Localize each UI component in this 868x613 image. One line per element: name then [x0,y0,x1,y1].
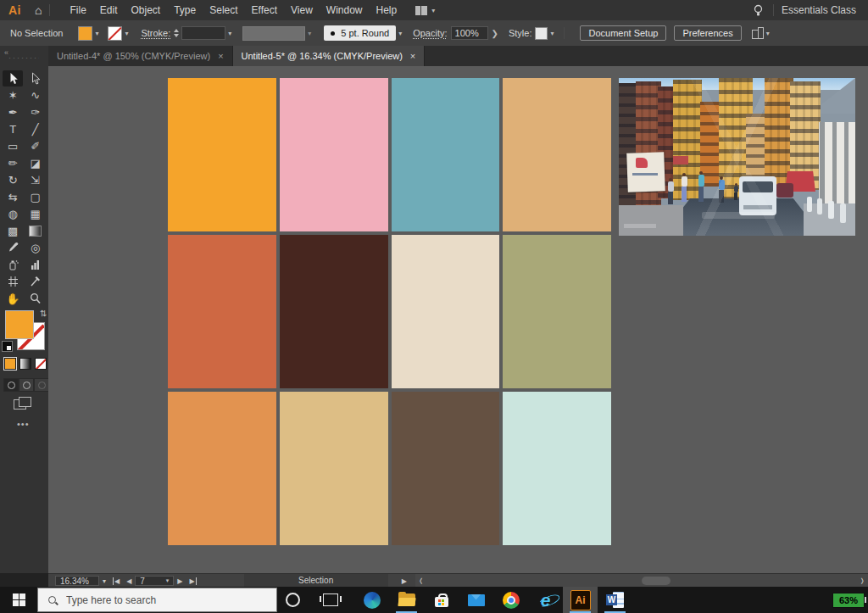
workspace-switcher-icon[interactable]: ▾ [415,6,435,15]
default-fill-stroke-icon[interactable] [2,341,13,352]
previous-artboard-icon[interactable]: ◀ [126,577,131,585]
taskbar-app-mail[interactable] [459,587,493,613]
placed-photo[interactable] [619,78,855,236]
artboard-tool[interactable] [3,274,23,290]
arrange-documents-icon[interactable] [752,28,764,39]
width-tool[interactable]: ⇆ [3,189,23,205]
taskbar-app-illustrator[interactable]: Ai [563,587,598,613]
tab-close-icon[interactable]: × [410,51,415,61]
direct-selection-tool[interactable] [25,70,46,86]
zoom-level-field[interactable]: 16.34% [55,576,99,586]
pen-tool[interactable]: ✒ [3,104,23,120]
stroke-weight-stepper[interactable] [174,29,179,37]
menu-file[interactable]: File [63,4,92,16]
taskbar-app-chrome[interactable] [493,587,528,613]
discover-lightbulb-icon[interactable] [753,4,764,17]
color-swatch-r2c3[interactable] [392,235,500,388]
style-swatch[interactable] [535,27,548,40]
column-graph-tool[interactable] [25,257,46,273]
menu-edit[interactable]: Edit [93,4,125,16]
opacity-field[interactable]: 100% [451,26,488,40]
fill-color-swatch[interactable] [78,26,92,41]
chevron-down-icon[interactable]: ▾ [766,30,770,37]
zoom-tool[interactable] [25,291,46,307]
document-setup-button[interactable]: Document Setup [580,25,666,41]
scrollbar-thumb[interactable] [642,577,670,585]
free-transform-tool[interactable]: ▢ [25,189,46,205]
lasso-tool[interactable]: ∿ [25,87,46,103]
color-swatch-r3c4[interactable] [503,392,611,545]
horizontal-scrollbar[interactable]: ❬ ❭ [415,574,868,588]
color-button[interactable] [4,358,16,370]
none-button[interactable] [35,358,47,370]
menu-type[interactable]: Type [167,4,203,16]
tab-close-icon[interactable]: × [218,51,223,61]
artboard-navigation-field[interactable]: 7▾ [135,576,174,586]
mesh-tool[interactable]: ▩ [3,223,23,239]
color-swatch-r2c1[interactable] [168,235,276,388]
color-swatch-r1c4[interactable] [503,78,611,231]
menu-view[interactable]: View [284,4,320,16]
next-artboard-icon[interactable]: ▶ [177,577,182,585]
chevron-down-icon[interactable]: ▾ [398,30,402,37]
scroll-left-icon[interactable]: ❬ [419,577,424,584]
rectangle-tool[interactable]: ▭ [3,138,23,154]
color-swatch-r3c3[interactable] [392,392,500,545]
selection-tool[interactable] [3,70,23,86]
taskbar-search[interactable] [37,588,277,612]
canvas-pasteboard[interactable] [48,66,868,573]
perspective-grid-tool[interactable]: ▦ [25,206,46,222]
paintbrush-tool[interactable]: ✐ [25,138,46,154]
status-flyout-arrow[interactable]: ▶ [402,577,407,585]
document-tab-1[interactable]: Untitled-4* @ 150% (CMYK/Preview)× [48,46,233,66]
menu-window[interactable]: Window [320,4,370,16]
pencil-tool[interactable]: ✏ [3,155,23,171]
menu-object[interactable]: Object [125,4,168,16]
gradient-button[interactable] [19,358,31,370]
chevron-down-icon[interactable]: ▾ [228,30,231,37]
chevron-down-icon[interactable]: ▾ [95,30,98,37]
color-swatch-r1c3[interactable] [392,78,500,231]
eraser-tool[interactable]: ◪ [25,155,46,171]
taskbar-app-file-explorer[interactable] [389,587,424,613]
taskbar-app-word[interactable]: W [598,587,632,613]
edit-toolbar-ellipsis-icon[interactable]: ••• [17,419,30,429]
taskbar-app-microsoft-store[interactable] [424,587,459,613]
first-artboard-icon[interactable]: ◀ [113,577,120,585]
preferences-button[interactable]: Preferences [674,25,741,41]
menu-effect[interactable]: Effect [245,4,284,16]
draw-normal-button[interactable] [3,378,19,392]
brush-definition-dropdown[interactable]: 5 pt. Round [324,25,396,41]
menu-help[interactable]: Help [370,4,404,16]
line-segment-tool[interactable]: ╱ [25,121,46,137]
curvature-tool[interactable]: ✑ [25,104,46,120]
shape-builder-tool[interactable]: ◍ [3,206,23,222]
opacity-panel-link[interactable]: Opacity: [413,28,447,38]
color-swatch-r3c1[interactable] [168,392,276,545]
color-swatch-r1c1[interactable] [168,78,276,231]
rotate-tool[interactable]: ↻ [3,172,23,188]
taskbar-app-edge[interactable] [354,587,389,613]
stroke-weight-field[interactable] [181,26,225,40]
color-swatch-r3c2[interactable] [280,392,388,545]
chevron-down-icon[interactable]: ▾ [550,30,554,37]
color-swatch-r2c4[interactable] [503,235,611,388]
menu-select[interactable]: Select [203,4,244,16]
symbol-sprayer-tool[interactable] [3,257,23,273]
draw-behind-button[interactable] [19,378,34,392]
stroke-panel-link[interactable]: Stroke: [141,28,170,38]
workspace-name[interactable]: Essentials Class [782,4,868,16]
taskbar-app-task-view[interactable] [313,587,348,613]
type-tool[interactable]: T [3,121,23,137]
eyedropper-tool[interactable] [3,240,23,256]
swap-fill-stroke-icon[interactable]: ⇄ [38,309,47,316]
magic-wand-tool[interactable]: ✶ [3,87,23,103]
fill-indicator[interactable] [5,310,34,339]
slice-tool[interactable] [25,274,46,290]
gradient-tool[interactable] [25,223,46,239]
start-button[interactable] [0,587,37,613]
home-icon[interactable]: ⌂ [35,3,42,17]
taskbar-app-internet-explorer[interactable]: e [528,587,563,613]
last-artboard-icon[interactable]: ▶ [189,577,196,585]
chevron-down-icon[interactable]: ▾ [103,577,106,585]
